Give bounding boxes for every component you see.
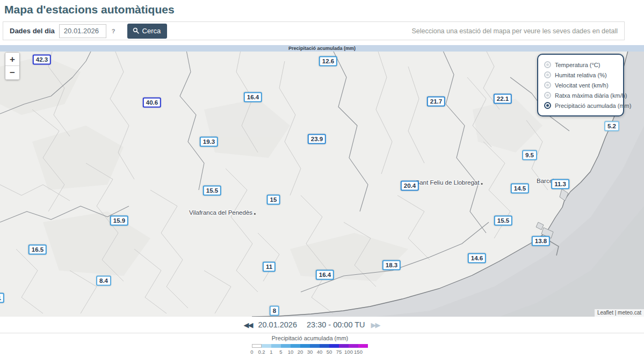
scale-tick-label: 20 <box>298 349 303 355</box>
layer-option[interactable]: Temperatura (°C) <box>544 60 617 70</box>
scale-segment <box>262 344 271 348</box>
page: Mapa d'estacions automàtiques Dades del … <box>0 0 644 358</box>
scale-tick-label: 0 <box>250 349 253 355</box>
station-marker[interactable]: 16.5 <box>28 245 47 255</box>
station-marker[interactable]: 18.3 <box>382 260 401 271</box>
next-interval-button[interactable]: ▶▶ <box>370 321 381 329</box>
previous-interval-button[interactable]: ◀◀ <box>242 321 253 329</box>
layer-option-label: Temperatura (°C) <box>555 62 600 68</box>
layer-option[interactable]: Ratxa màxima diària (km/h) <box>544 90 617 100</box>
station-marker[interactable]: 21.7 <box>427 97 445 107</box>
station-marker[interactable]: 23.9 <box>308 134 326 144</box>
station-marker[interactable]: 40.6 <box>143 98 161 108</box>
date-input[interactable] <box>59 24 106 38</box>
scale-segment <box>300 344 310 348</box>
toolbar: Dades del dia ? Cerca Selecciona una est… <box>3 21 625 40</box>
search-button-label: Cerca <box>142 27 161 35</box>
station-marker[interactable]: 1 <box>0 293 4 303</box>
color-scale-title: Precipitació acumulada (mm) <box>272 335 348 341</box>
scale-tick-label: 150 <box>354 349 363 355</box>
layer-option[interactable]: Precipitació acumulada (mm) <box>544 100 617 111</box>
scale-bar <box>252 344 368 348</box>
city-dot <box>481 183 482 185</box>
layer-list: Temperatura (°C)Humitat relativa (%)Velo… <box>544 60 617 111</box>
scale-ticks: 00.215102030405075100150 <box>252 349 368 355</box>
radio-selected-icon[interactable] <box>544 102 551 109</box>
station-marker[interactable]: 11 <box>263 262 276 272</box>
time-navigation: ◀◀ 20.01.2026 23:30 - 00:00 TU ▶▶ <box>0 317 623 332</box>
search-icon <box>133 27 139 34</box>
scale-segment <box>349 344 358 348</box>
station-marker[interactable]: 9.5 <box>522 150 537 160</box>
help-link[interactable]: ? <box>112 28 115 34</box>
station-marker[interactable]: 8.4 <box>96 276 111 286</box>
scale-tick-label: 30 <box>307 349 313 355</box>
radio-icon[interactable] <box>544 82 551 89</box>
layer-option-label: Precipitació acumulada (mm) <box>555 103 631 109</box>
scale-segment <box>271 344 281 348</box>
scale-segment <box>339 344 349 348</box>
station-marker[interactable]: 16.4 <box>244 92 262 103</box>
station-marker[interactable]: 14.5 <box>511 184 529 194</box>
color-scale: Precipitació acumulada (mm) 00.215102030… <box>0 335 620 355</box>
station-marker[interactable]: 19.3 <box>200 137 218 147</box>
station-marker[interactable]: 16.4 <box>316 270 334 280</box>
map-attribution: Leaflet | meteo.cat <box>595 309 644 317</box>
zoom-out-button[interactable]: − <box>5 66 19 79</box>
station-marker[interactable]: 11.3 <box>551 179 569 189</box>
separator-line <box>0 333 644 333</box>
station-marker[interactable]: 5.2 <box>604 121 619 131</box>
layer-option[interactable]: Velocitat vent (km/h) <box>544 80 617 90</box>
map-variable-banner: Precipitació acumulada (mm) <box>0 45 644 52</box>
station-marker[interactable]: 15.5 <box>494 216 512 226</box>
scale-tick-label: 100 <box>344 349 353 355</box>
station-marker[interactable]: 8 <box>270 306 279 316</box>
date-label: Dades del dia <box>10 27 55 35</box>
station-marker[interactable]: 14.6 <box>468 253 486 264</box>
layer-option-label: Velocitat vent (km/h) <box>555 82 609 89</box>
scale-segment <box>281 344 291 348</box>
scale-segment <box>320 344 329 348</box>
city-label: Vilafranca del Penedès <box>189 209 256 216</box>
zoom-control: + − <box>5 52 20 80</box>
layer-panel: Temperatura (°C)Humitat relativa (%)Velo… <box>537 54 624 116</box>
scale-segment <box>329 344 339 348</box>
station-marker[interactable]: 15 <box>267 195 280 205</box>
page-title: Mapa d'estacions automàtiques <box>4 3 175 16</box>
station-marker[interactable]: 22.1 <box>494 94 512 104</box>
timebar-interval: 23:30 - 00:00 TU <box>307 320 365 329</box>
timebar-date: 20.01.2026 <box>258 320 297 329</box>
station-marker[interactable]: 20.4 <box>401 181 419 191</box>
layer-option-label: Humitat relativa (%) <box>555 72 607 78</box>
scale-tick-label: 0.2 <box>258 349 265 355</box>
search-button[interactable]: Cerca <box>127 24 168 39</box>
layer-option[interactable]: Humitat relativa (%) <box>544 70 617 80</box>
scale-segment <box>358 344 368 348</box>
scale-segment <box>252 344 262 348</box>
station-marker[interactable]: 15.5 <box>203 186 221 196</box>
scale-tick-label: 40 <box>317 349 323 355</box>
map[interactable]: Precipitació acumulada (mm) + − Temperat… <box>0 45 644 317</box>
station-marker[interactable]: 13.8 <box>532 236 550 246</box>
zoom-in-button[interactable]: + <box>5 53 19 66</box>
layer-option-label: Ratxa màxima diària (km/h) <box>555 92 627 99</box>
scale-tick-label: 5 <box>279 349 282 355</box>
city-dot <box>254 213 256 215</box>
station-marker[interactable]: 15.9 <box>110 216 128 226</box>
station-marker[interactable]: 42.3 <box>33 55 51 65</box>
radio-icon[interactable] <box>544 61 551 68</box>
scale-tick-label: 10 <box>288 349 294 355</box>
scale-tick-label: 75 <box>336 349 342 355</box>
city-label: Sant Feliu de Llobregat <box>416 179 483 186</box>
scale-tick-label: 1 <box>270 349 272 355</box>
radio-icon[interactable] <box>544 92 551 99</box>
scale-segment <box>310 344 320 348</box>
toolbar-hint: Selecciona una estació del mapa per veur… <box>411 27 618 35</box>
scale-segment <box>291 344 300 348</box>
radio-icon[interactable] <box>544 71 551 78</box>
station-marker[interactable]: 12.6 <box>319 56 337 67</box>
scale-tick-label: 50 <box>327 349 332 355</box>
